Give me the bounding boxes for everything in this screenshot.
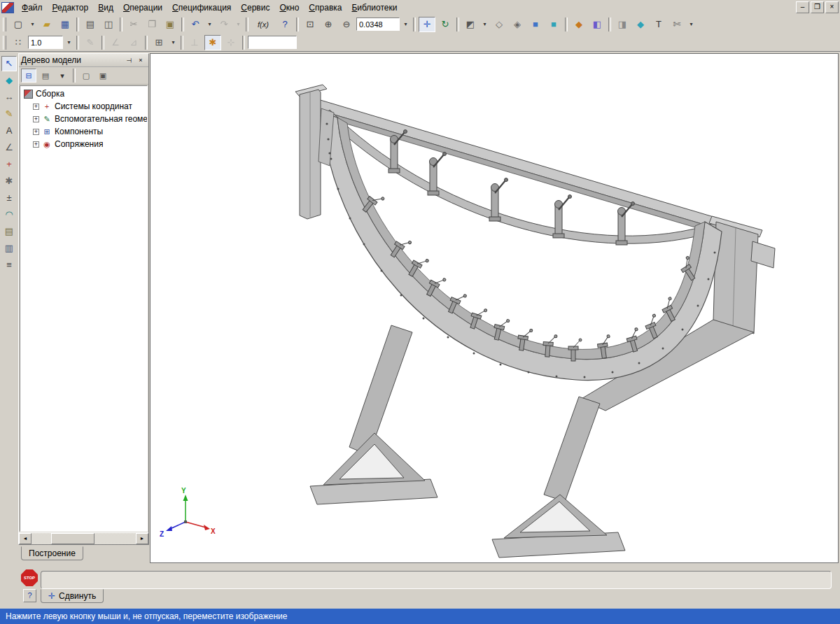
tree-node-label: Сопряжения [55, 139, 103, 149]
trim-button[interactable]: ✄ [668, 17, 685, 32]
layers-panel-button[interactable]: ≡ [1, 257, 17, 273]
model-tree-title: Дерево модели [21, 55, 121, 65]
whats-this-button[interactable]: ? [276, 17, 293, 32]
menu-editor[interactable]: Редактор [48, 1, 94, 14]
expand-icon[interactable]: + [33, 129, 39, 135]
scrollbar-thumb[interactable] [51, 533, 94, 544]
units-grid-button[interactable]: ∷ [10, 35, 27, 50]
undo-dropdown[interactable]: ▾ [205, 17, 214, 32]
undo-button[interactable]: ↶ [187, 17, 204, 32]
angle-panel-button[interactable]: ∠ [1, 140, 17, 155]
grid-button[interactable]: ⊞ [150, 35, 167, 50]
toolbar-separator [145, 36, 148, 50]
text-annotation-button[interactable]: T [650, 17, 667, 32]
new-document-button[interactable]: ▢ [10, 17, 27, 32]
standard-toolbar-icons: ▢▾▰▦▤◫✂❐▣↶▾↷▾f(x)?⊡⊕⊖▾✛↻◩▾◇◈■■◆◧◨◆T✄▾ [9, 17, 696, 32]
stop-icon[interactable]: STOP [21, 569, 38, 586]
model-tree-header: Дерево модели ⊤ × [19, 54, 148, 67]
zoom-out-button[interactable]: ⊖ [338, 17, 355, 32]
expand-icon[interactable]: + [33, 116, 39, 122]
tab-move[interactable]: ✛ Сдвинуть [41, 589, 104, 603]
geometry-panel-button[interactable]: ◆ [1, 73, 17, 88]
perspective-button[interactable]: ◆ [570, 17, 587, 32]
designations-panel-button[interactable]: ✎ [1, 106, 17, 122]
close-panel-icon[interactable]: × [135, 55, 146, 66]
parametrization-panel-button[interactable]: ± [1, 190, 17, 206]
report-button[interactable]: ▢ [78, 69, 94, 83]
tree-display-button[interactable]: ▤ [38, 69, 53, 83]
snap-button[interactable]: ✱ [204, 35, 221, 50]
close-button[interactable]: × [825, 1, 839, 13]
measure-panel-button[interactable]: ◠ [1, 207, 17, 222]
tree-structure-button[interactable]: ⊟ [21, 69, 36, 83]
current-state-toolbar-icons: ∷▾✎∠⊿⊞▾⊥✱⊹ [9, 35, 298, 50]
wireframe-mode-button[interactable]: ◇ [491, 17, 507, 32]
toolbar-options-dropdown[interactable]: ▾ [687, 17, 696, 32]
tree-node-coordinate-systems[interactable]: + + Системы координат [20, 100, 147, 113]
zoom-scale-dropdown[interactable]: ▾ [401, 17, 410, 32]
zoom-in-button[interactable]: ⊕ [320, 17, 337, 32]
toolbar-grip[interactable] [3, 36, 6, 50]
minimize-button[interactable]: – [796, 1, 809, 13]
save-document-button[interactable]: ▦ [57, 17, 74, 32]
current-step-combo[interactable] [28, 36, 63, 49]
shaded-edges-mode-button[interactable]: ■ [545, 17, 562, 32]
tree-node-assembly[interactable]: Сборка [20, 87, 147, 100]
zoom-scale-field[interactable] [356, 17, 400, 31]
menu-operations[interactable]: Операции [118, 1, 167, 14]
orientation-button[interactable]: ◩ [462, 17, 479, 32]
pan-view-button[interactable]: ✛ [419, 17, 435, 32]
toolbar-grip[interactable] [3, 17, 6, 31]
ortho-drawing-button: ⊥ [186, 35, 203, 50]
tree-node-mates[interactable]: + ◉ Сопряжения [20, 138, 147, 150]
tab-construction[interactable]: Построение [21, 546, 83, 560]
selection-tool-button[interactable]: ↖ [1, 56, 17, 71]
simplified-view-button[interactable]: ◨ [614, 17, 631, 32]
specification-panel-button[interactable]: ▤ [1, 224, 17, 239]
menu-file[interactable]: Файл [17, 1, 48, 14]
scrollbar-track[interactable] [31, 533, 136, 544]
menu-specification[interactable]: Спецификация [167, 1, 236, 14]
current-step-dropdown[interactable]: ▾ [64, 35, 74, 50]
property-bar-input[interactable] [41, 571, 832, 589]
open-document-button[interactable]: ▰ [38, 17, 55, 32]
tree-horizontal-scrollbar[interactable]: ◄ ► [19, 532, 148, 544]
pin-icon[interactable]: ⊤ [123, 55, 134, 66]
expand-icon[interactable]: + [33, 141, 39, 148]
print-preview-button[interactable]: ◫ [100, 17, 117, 32]
orientation-dropdown[interactable]: ▾ [480, 17, 489, 32]
scroll-left-icon[interactable]: ◄ [19, 533, 31, 544]
menu-service[interactable]: Сервис [236, 1, 274, 14]
reports-panel-button[interactable]: ▥ [1, 241, 17, 256]
tree-display-dropdown[interactable]: ▾ [55, 69, 70, 83]
section-view-button[interactable]: ◧ [589, 17, 606, 32]
toolbar-separator [73, 69, 76, 83]
rotate-view-button[interactable]: ↻ [437, 17, 454, 32]
axes-panel-button[interactable]: + [1, 157, 17, 172]
doc-properties-button[interactable]: ▣ [95, 69, 111, 83]
zoom-window-button[interactable]: ⊡ [302, 17, 318, 32]
variables-button[interactable]: f(x) [251, 17, 275, 32]
menu-view[interactable]: Вид [93, 1, 118, 14]
menu-help[interactable]: Справка [304, 1, 346, 14]
expand-icon[interactable]: + [33, 104, 39, 110]
menu-window[interactable]: Окно [274, 1, 304, 14]
hidden-lines-mode-button[interactable]: ◈ [509, 17, 526, 32]
new-document-dropdown[interactable]: ▾ [28, 17, 37, 32]
editing-panel-button[interactable]: ✱ [1, 173, 17, 189]
dimensions-panel-button[interactable]: ↔ [1, 90, 17, 105]
paste-button[interactable]: ▣ [162, 17, 178, 32]
text-panel-button[interactable]: A [1, 123, 17, 139]
restore-button[interactable]: ❐ [811, 1, 824, 13]
tree-node-auxiliary-geometry[interactable]: + ✎ Вспомогательная геометрия [20, 113, 147, 125]
grid-dropdown[interactable]: ▾ [169, 35, 178, 50]
print-button[interactable]: ▤ [82, 17, 99, 32]
coords-readout-field[interactable] [248, 36, 297, 49]
tree-node-components[interactable]: + ⊞ Компоненты [20, 125, 147, 138]
menu-libraries[interactable]: Библиотеки [346, 1, 402, 14]
shaded-mode-button[interactable]: ■ [527, 17, 544, 32]
help-icon[interactable]: ? [23, 589, 36, 602]
model-params-button[interactable]: ◆ [632, 17, 649, 32]
scroll-right-icon[interactable]: ► [136, 533, 148, 544]
viewport[interactable]: Y X Z [150, 53, 839, 563]
